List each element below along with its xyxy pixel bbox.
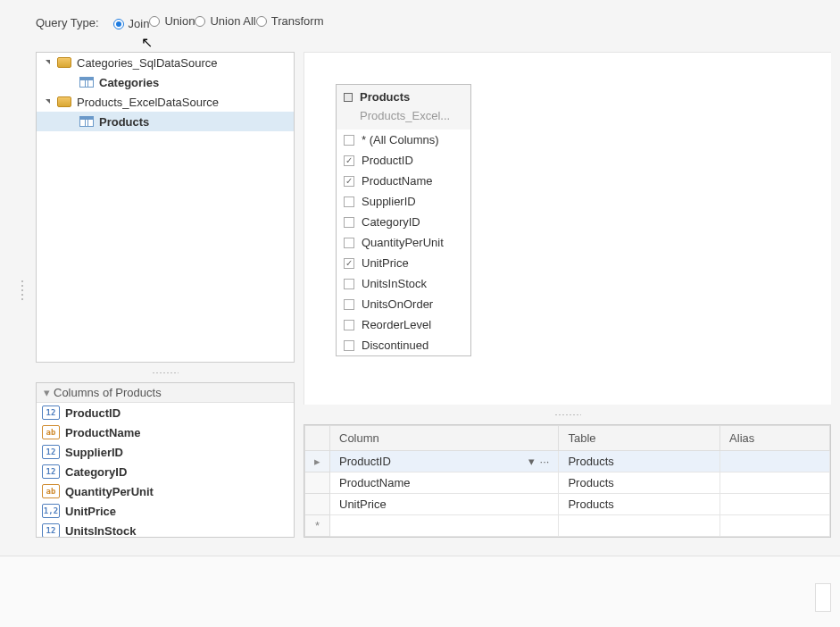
checkbox-icon[interactable] bbox=[344, 176, 354, 187]
column-item-label: QuantityPerUnit bbox=[65, 485, 154, 498]
table-box-field[interactable]: ProductID bbox=[337, 150, 470, 171]
table-box-field[interactable]: UnitPrice bbox=[337, 253, 470, 273]
tree-twisty-icon[interactable] bbox=[44, 97, 54, 107]
grid-header-alias[interactable]: Alias bbox=[720, 426, 830, 451]
datatype-icon: 12 bbox=[42, 464, 60, 479]
right-column: Products Products_Excel... * (All Column… bbox=[304, 52, 831, 538]
query-designer-canvas[interactable]: Products Products_Excel... * (All Column… bbox=[304, 52, 831, 405]
table-box-field[interactable]: CategoryID bbox=[337, 212, 470, 232]
checkbox-icon[interactable] bbox=[344, 135, 354, 146]
table-box-field-label: ProductName bbox=[362, 174, 432, 188]
columns-list[interactable]: 12ProductIDabProductName12SupplierID12Ca… bbox=[37, 403, 294, 537]
table-box-field-label: Discontinued bbox=[362, 339, 428, 352]
column-item-label: SupplierID bbox=[65, 446, 123, 459]
checkbox-icon[interactable] bbox=[344, 340, 354, 351]
table-box-header[interactable]: Products bbox=[337, 85, 470, 109]
table-box-field[interactable]: ReorderLevel bbox=[337, 314, 470, 335]
column-item[interactable]: 12SupplierID bbox=[37, 442, 294, 462]
footer-bar bbox=[0, 556, 840, 627]
tree-data-source[interactable]: Categories_SqlDataSource bbox=[37, 53, 294, 72]
column-item[interactable]: 12UnitsInStock bbox=[37, 521, 294, 537]
grid-header-table[interactable]: Table bbox=[559, 426, 720, 451]
query-type-radio-union[interactable]: Union bbox=[149, 14, 195, 28]
output-columns-grid[interactable]: Column Table Alias ▸ProductID▾···Product… bbox=[304, 424, 831, 538]
table-box-field[interactable]: ProductName bbox=[337, 171, 470, 191]
horizontal-splitter-right[interactable] bbox=[304, 412, 831, 417]
tree-data-source[interactable]: Products_ExcelDataSource bbox=[37, 92, 294, 112]
columns-panel: ▾ Columns of Products 12ProductIDabProdu… bbox=[36, 382, 295, 538]
column-item[interactable]: abQuantityPerUnit bbox=[37, 481, 294, 501]
table-box-field-label: QuantityPerUnit bbox=[362, 236, 444, 249]
column-item[interactable]: abProductName bbox=[37, 422, 294, 442]
footer-button[interactable] bbox=[815, 583, 831, 612]
grid-cell-alias[interactable] bbox=[720, 472, 830, 494]
checkbox-icon[interactable] bbox=[344, 279, 354, 289]
ellipsis-icon[interactable]: ··· bbox=[540, 455, 550, 468]
table-box-field-label: UnitPrice bbox=[362, 256, 409, 270]
tree-item-label: Products_ExcelDataSource bbox=[77, 96, 219, 109]
grid-cell-alias[interactable] bbox=[720, 451, 830, 472]
vertical-splitter-left[interactable] bbox=[20, 275, 25, 305]
table-box-field[interactable]: QuantityPerUnit bbox=[337, 232, 470, 253]
grid-row-indicator bbox=[305, 472, 330, 494]
columns-panel-header[interactable]: ▾ Columns of Products bbox=[37, 383, 294, 403]
grid-row[interactable]: UnitPriceProducts bbox=[305, 494, 830, 515]
grid-cell-table[interactable]: Products bbox=[559, 472, 720, 494]
table-box-field[interactable]: SupplierID bbox=[337, 191, 470, 212]
grid-cell-column[interactable]: UnitPrice bbox=[330, 494, 559, 515]
tree-item-label: Categories bbox=[99, 76, 159, 89]
tree-table[interactable]: Categories bbox=[37, 72, 294, 92]
data-source-tree[interactable]: Categories_SqlDataSourceCategoriesProduc… bbox=[36, 52, 295, 363]
checkbox-icon[interactable] bbox=[344, 320, 354, 330]
left-column: Categories_SqlDataSourceCategoriesProduc… bbox=[36, 52, 295, 538]
column-item[interactable]: 12ProductID bbox=[37, 403, 294, 422]
table-box-fields: * (All Columns)ProductIDProductNameSuppl… bbox=[337, 130, 470, 355]
checkbox-icon[interactable] bbox=[344, 238, 354, 248]
table-box-field[interactable]: UnitsInStock bbox=[337, 273, 470, 294]
chevron-down-icon: ▾ bbox=[44, 386, 50, 399]
tree-item-label: Products bbox=[99, 115, 149, 129]
checkbox-icon[interactable] bbox=[344, 196, 354, 207]
table-box-field[interactable]: Discontinued bbox=[337, 335, 470, 355]
column-item-label: CategoryID bbox=[65, 465, 127, 479]
grid-cell-alias[interactable] bbox=[720, 494, 830, 515]
grid-cell-table[interactable]: Products bbox=[559, 494, 720, 515]
grid-new-row[interactable]: * bbox=[305, 515, 830, 537]
table-icon bbox=[79, 116, 94, 127]
grid-cell-table[interactable]: Products bbox=[559, 451, 720, 472]
grid-cell-column[interactable]: ProductID▾··· bbox=[330, 451, 559, 472]
database-icon bbox=[57, 96, 71, 107]
table-box-field-label: UnitsInStock bbox=[362, 277, 427, 290]
grid-row-indicator bbox=[305, 494, 330, 515]
table-box-subtitle: Products_Excel... bbox=[337, 109, 470, 130]
grid-cell-table[interactable] bbox=[559, 515, 720, 537]
grid-header-column[interactable]: Column bbox=[330, 426, 559, 451]
query-type-radio-union-all[interactable]: Union All bbox=[195, 14, 255, 28]
tree-table[interactable]: Products bbox=[37, 112, 294, 131]
tree-twisty-icon[interactable] bbox=[44, 58, 54, 68]
grid-cell-alias[interactable] bbox=[720, 515, 830, 537]
dropdown-icon[interactable]: ▾ bbox=[528, 455, 535, 468]
checkbox-icon[interactable] bbox=[344, 217, 354, 228]
table-box-field[interactable]: * (All Columns) bbox=[337, 130, 470, 150]
query-type-toolbar: Query Type: JoinUnionUnion AllTransform … bbox=[0, 0, 840, 39]
datatype-icon: ab bbox=[42, 425, 60, 439]
grid-row[interactable]: ProductNameProducts bbox=[305, 472, 830, 494]
checkbox-icon[interactable] bbox=[344, 299, 354, 310]
table-box-menu-icon[interactable] bbox=[344, 93, 353, 102]
table-box-field-label: CategoryID bbox=[362, 215, 420, 229]
table-box-products[interactable]: Products Products_Excel... * (All Column… bbox=[336, 84, 471, 356]
grid-cell-column[interactable] bbox=[330, 515, 559, 537]
checkbox-icon[interactable] bbox=[344, 155, 354, 166]
column-item[interactable]: 12CategoryID bbox=[37, 462, 294, 481]
column-item[interactable]: 1,2UnitPrice bbox=[37, 501, 294, 521]
query-type-radio-join[interactable]: Join bbox=[113, 17, 150, 30]
radio-dot-icon bbox=[195, 16, 205, 27]
table-box-field-label: ProductID bbox=[362, 154, 413, 167]
horizontal-splitter-left[interactable] bbox=[36, 370, 295, 375]
checkbox-icon[interactable] bbox=[344, 258, 354, 269]
query-type-radio-transform[interactable]: Transform bbox=[256, 14, 324, 28]
grid-row[interactable]: ▸ProductID▾···Products bbox=[305, 451, 830, 472]
grid-cell-column[interactable]: ProductName bbox=[330, 472, 559, 494]
table-box-field[interactable]: UnitsOnOrder bbox=[337, 294, 470, 314]
